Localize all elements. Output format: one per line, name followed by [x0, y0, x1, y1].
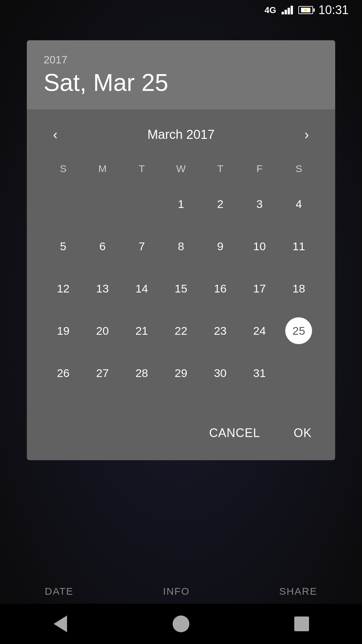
dow-thu: T — [201, 160, 240, 178]
cal-day-12[interactable]: 12 — [44, 269, 83, 308]
tab-date[interactable]: DATE — [45, 586, 74, 597]
battery-icon: ⚡ — [298, 6, 313, 14]
dow-sat: S — [279, 160, 318, 178]
dow-sun: S — [44, 160, 83, 178]
cal-day-18[interactable]: 18 — [279, 269, 318, 308]
calendar-area: ‹ March 2017 › S M T W T F S 1 2 3 4 5 6 — [27, 109, 335, 406]
cal-day-27[interactable]: 27 — [83, 354, 122, 392]
cal-day-28[interactable]: 28 — [122, 354, 161, 392]
cal-day-20[interactable]: 20 — [83, 311, 122, 350]
cal-day-25[interactable]: 25 — [279, 311, 318, 350]
selected-date: Sat, Mar 25 — [44, 69, 318, 96]
cal-day-empty — [83, 184, 122, 223]
tab-info[interactable]: INFO — [163, 586, 190, 597]
month-year-label: March 2017 — [147, 127, 215, 142]
system-nav — [0, 604, 362, 644]
back-button[interactable] — [50, 614, 70, 634]
cal-day-11[interactable]: 11 — [279, 227, 318, 266]
cal-day-2[interactable]: 2 — [201, 184, 240, 223]
cal-day-31[interactable]: 31 — [240, 354, 279, 392]
status-bar: 4G ⚡ 10:31 — [0, 0, 362, 20]
ok-button[interactable]: OK — [284, 419, 322, 447]
date-picker-dialog: 2017 Sat, Mar 25 ‹ March 2017 › S M T W … — [27, 40, 335, 460]
cal-day-9[interactable]: 9 — [201, 227, 240, 266]
selected-year: 2017 — [44, 54, 318, 66]
cal-day-3[interactable]: 3 — [240, 184, 279, 223]
month-nav: ‹ March 2017 › — [44, 123, 318, 146]
next-month-button[interactable]: › — [295, 123, 318, 146]
days-of-week: S M T W T F S — [44, 160, 318, 178]
cal-day-empty — [44, 184, 83, 223]
cal-day-29[interactable]: 29 — [161, 354, 200, 392]
dow-fri: F — [240, 160, 279, 178]
bottom-tabs: DATE INFO SHARE — [0, 579, 362, 604]
cal-day-14[interactable]: 14 — [122, 269, 161, 308]
cal-day-17[interactable]: 17 — [240, 269, 279, 308]
cal-day-10[interactable]: 10 — [240, 227, 279, 266]
dialog-header: 2017 Sat, Mar 25 — [27, 40, 335, 109]
dialog-actions: CANCEL OK — [27, 413, 335, 460]
cal-day-19[interactable]: 19 — [44, 311, 83, 350]
dow-wed: W — [161, 160, 200, 178]
dow-mon: M — [83, 160, 122, 178]
cal-day-26[interactable]: 26 — [44, 354, 83, 392]
cal-day-5[interactable]: 5 — [44, 227, 83, 266]
cal-day-21[interactable]: 21 — [122, 311, 161, 350]
cal-day-1[interactable]: 1 — [161, 184, 200, 223]
cal-day-24[interactable]: 24 — [240, 311, 279, 350]
cal-day-15[interactable]: 15 — [161, 269, 200, 308]
cal-day-23[interactable]: 23 — [201, 311, 240, 350]
tab-share[interactable]: SHARE — [279, 586, 317, 597]
cal-day-13[interactable]: 13 — [83, 269, 122, 308]
clock: 10:31 — [318, 3, 349, 17]
signal-strength-icon — [282, 6, 293, 14]
cal-day-8[interactable]: 8 — [161, 227, 200, 266]
cal-day-empty — [122, 184, 161, 223]
recents-button[interactable] — [292, 614, 312, 634]
cancel-button[interactable]: CANCEL — [199, 419, 270, 447]
cal-day-6[interactable]: 6 — [83, 227, 122, 266]
prev-month-button[interactable]: ‹ — [44, 123, 67, 146]
signal-4g-icon: 4G — [264, 5, 276, 15]
calendar-grid: 1 2 3 4 5 6 7 8 9 10 11 12 13 14 15 16 1… — [44, 184, 318, 392]
home-button[interactable] — [171, 614, 191, 634]
dow-tue: T — [122, 160, 161, 178]
cal-day-7[interactable]: 7 — [122, 227, 161, 266]
cal-day-22[interactable]: 22 — [161, 311, 200, 350]
cal-day-16[interactable]: 16 — [201, 269, 240, 308]
cal-day-30[interactable]: 30 — [201, 354, 240, 392]
cal-day-4[interactable]: 4 — [279, 184, 318, 223]
cal-day-empty — [279, 354, 318, 392]
